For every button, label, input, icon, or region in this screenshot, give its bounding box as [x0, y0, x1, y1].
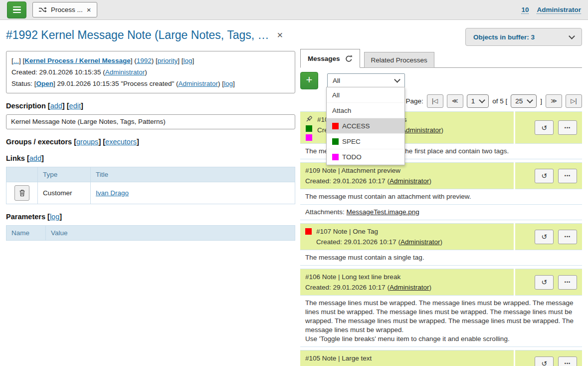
trash-icon [19, 189, 25, 197]
message-105: #105 Note | Large text Created: 29.01.20… [300, 350, 582, 366]
tag-filter-select[interactable]: All [327, 73, 405, 88]
parameters-table-header: Name Value [6, 226, 295, 241]
parameters-heading: Parameters [log] [6, 213, 295, 221]
executors-link[interactable]: executors [105, 138, 137, 146]
message-created: Created: 29.01.2026 10:17 (Administrator… [305, 282, 431, 293]
process-path-line: [...] [Kernel Process / Kernel Message] … [11, 55, 290, 66]
message-title: #105 Note | Large text [305, 353, 431, 364]
groups-link[interactable]: groups [76, 138, 98, 146]
filter-option-todo[interactable]: TODO [327, 149, 404, 165]
next-page-button[interactable]: ≫ [546, 94, 562, 108]
refresh-icon[interactable] [345, 55, 353, 62]
process-type-link[interactable]: Kernel Process / Kernel Message [24, 57, 130, 64]
status-line: Status: [Open] 29.01.2026 10:15:35 "Proc… [11, 78, 290, 89]
message-menu-button[interactable]: ••• [558, 120, 577, 135]
tag-color-swatch [332, 154, 339, 160]
message-menu-button[interactable]: ••• [558, 169, 577, 183]
right-tabs: Messages Related Processes [300, 49, 582, 68]
links-heading: Links [add] [6, 154, 295, 162]
log-link[interactable]: log [183, 57, 192, 64]
filter-option-all[interactable]: All [327, 87, 404, 103]
buffer-label: Objects in buffer: 3 [473, 33, 535, 41]
filter-option-spec[interactable]: SPEC [327, 134, 404, 149]
process-tab[interactable]: Process ... × [32, 2, 97, 17]
message-107: #107 Note | One Tag Created: 29.01.2026 … [300, 223, 582, 266]
message-body: The message lines must be wrapped. The m… [300, 296, 582, 347]
message-menu-button[interactable]: ••• [558, 357, 577, 366]
description-heading: Description [add] [edit] [6, 102, 295, 110]
first-page-button[interactable]: |◁ [427, 94, 443, 108]
tag-access-square [305, 228, 312, 235]
bracket-close: ] [540, 97, 542, 105]
hamburger-icon [13, 6, 21, 8]
tag-spec-square [306, 125, 312, 132]
reply-button[interactable]: ↺ [535, 120, 554, 135]
prev-page-button[interactable]: ≪ [447, 94, 463, 108]
filter-option-access[interactable]: ACCESS [327, 118, 404, 134]
filter-option-attach[interactable]: Attach [327, 103, 404, 118]
message-menu-button[interactable]: ••• [558, 275, 577, 290]
ellipsis-link[interactable]: ... [13, 57, 19, 64]
topbar: Process ... × 10 Administrator [0, 0, 588, 20]
objects-in-buffer-button[interactable]: Objects in buffer: 3 [465, 28, 582, 46]
author-link[interactable]: Administrator [390, 177, 429, 185]
author-link[interactable]: Administrator [390, 284, 429, 291]
tab-close-icon[interactable]: × [87, 6, 91, 13]
parameters-log-link[interactable]: log [50, 213, 59, 221]
reply-button[interactable]: ↺ [535, 230, 554, 244]
description-add-link[interactable]: add [50, 102, 62, 110]
link-row: Customer Ivan Drago [6, 182, 295, 204]
message-created: Created: 29.01.2026 10:17 (Administrator… [305, 364, 431, 366]
link-title-link[interactable]: Ivan Drago [96, 189, 129, 197]
message-title: #107 Note | One Tag [316, 226, 442, 237]
page-label: Page: [405, 97, 423, 105]
created-line: Created: 29.01.2026 10:15:35 (Administra… [11, 66, 290, 78]
links-add-link[interactable]: add [29, 154, 41, 162]
pin-icon [305, 115, 313, 123]
author-link[interactable]: Administrator [400, 238, 440, 246]
reply-button[interactable]: ↺ [535, 275, 554, 290]
message-title: #109 Note | Attachment preview [305, 165, 431, 176]
reply-button[interactable]: ↺ [535, 357, 554, 366]
notification-count-link[interactable]: 10 [521, 6, 529, 14]
tab-messages[interactable]: Messages [300, 49, 360, 68]
author-link[interactable]: Administrator [401, 126, 441, 134]
status-author-link[interactable]: Administrator [179, 80, 218, 87]
description-edit-link[interactable]: edit [69, 102, 81, 110]
last-page-button[interactable]: ▷| [566, 94, 582, 108]
creator-link[interactable]: Administrator [105, 68, 145, 76]
message-created: Created: 29.01.2026 10:17 (Administrator… [316, 237, 442, 247]
params-col-value: Value [46, 226, 295, 241]
menu-button[interactable] [7, 1, 26, 18]
params-col-name: Name [6, 226, 46, 241]
links-col-title: Title [91, 167, 295, 182]
page-close-icon[interactable]: × [277, 29, 283, 41]
page-select[interactable]: 1 [467, 94, 489, 108]
status-open-link[interactable]: Open [36, 80, 54, 87]
page-size-select[interactable]: 25 [511, 94, 537, 108]
messages-panel: Messages Related Processes + All All [300, 49, 582, 366]
reply-button[interactable]: ↺ [535, 169, 554, 183]
add-message-button[interactable]: + [300, 72, 318, 89]
delete-link-button[interactable] [14, 185, 29, 201]
message-106: #106 Note | Long text line break Created… [300, 269, 582, 347]
tag-filter-value: All [333, 77, 340, 84]
process-info-box: [...] [Kernel Process / Kernel Message] … [6, 51, 295, 93]
user-area: 10 Administrator [521, 6, 581, 14]
groups-heading: Groups / executors [groups] [executors] [6, 138, 295, 146]
chevron-down-icon [527, 97, 533, 103]
attachment-link[interactable]: MessageTest.image.png [347, 208, 419, 216]
links-table-header: Type Title [6, 167, 295, 182]
message-title: #106 Note | Long text line break [305, 272, 431, 282]
parameters-table: Name Value [6, 225, 295, 241]
page-of-label: of 5 [ [492, 97, 507, 105]
process-id-link[interactable]: 1992 [137, 57, 152, 64]
message-body: The message must contain an attachment w… [300, 189, 582, 205]
priority-link[interactable]: priority [158, 57, 178, 64]
links-col-type: Type [38, 167, 91, 182]
tab-related-processes[interactable]: Related Processes [364, 52, 434, 68]
status-log-link[interactable]: log [224, 80, 233, 87]
shuffle-icon [38, 6, 47, 13]
message-menu-button[interactable]: ••• [558, 230, 577, 244]
user-link[interactable]: Administrator [537, 6, 581, 14]
